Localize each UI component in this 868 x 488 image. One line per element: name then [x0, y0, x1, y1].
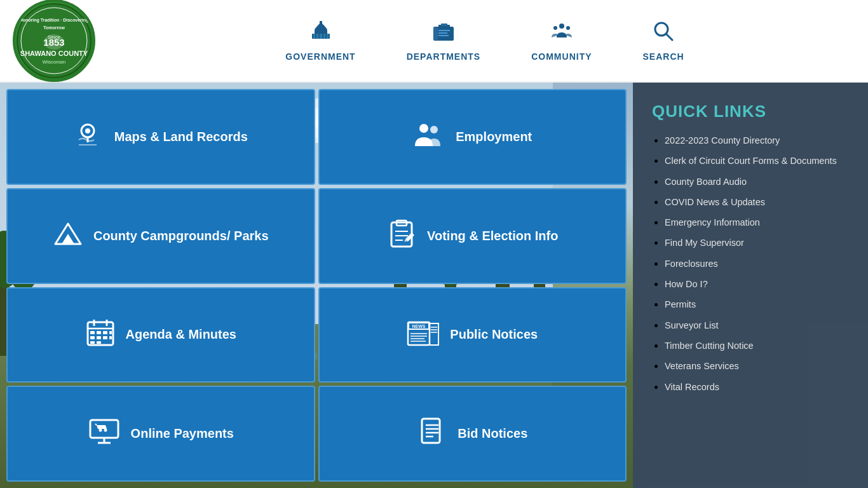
- government-icon: [309, 20, 332, 48]
- svg-text:Wisconsin: Wisconsin: [43, 59, 65, 65]
- quick-link-how-do-i[interactable]: How Do I?: [665, 279, 708, 289]
- svg-rect-67: [103, 331, 107, 334]
- maps-icon: [74, 119, 104, 154]
- svg-point-25: [559, 24, 564, 29]
- quick-link-vital-records[interactable]: Vital Records: [665, 382, 719, 392]
- tile-voting-election-label: Voting & Election Info: [427, 228, 558, 244]
- svg-point-53: [419, 124, 428, 133]
- quick-link-item-emergency-info: Emergency Information: [665, 216, 849, 229]
- quick-link-item-veterans-services: Veterans Services: [665, 360, 849, 372]
- nav-government[interactable]: GOVERNMENT: [285, 20, 355, 62]
- nav-departments[interactable]: DEPARTMENTS: [407, 20, 481, 62]
- svg-point-87: [98, 429, 102, 432]
- quick-link-item-find-supervisor: Find My Supervisor: [665, 236, 849, 249]
- nav-government-label: GOVERNMENT: [285, 51, 355, 62]
- tile-bid-notices[interactable]: Bid Notices: [318, 386, 627, 482]
- svg-point-6: [44, 34, 64, 50]
- svg-text:Tomorrow: Tomorrow: [43, 25, 65, 30]
- public-notices-icon: NEWS: [407, 317, 440, 352]
- nav-community[interactable]: COMMUNITY: [531, 20, 592, 62]
- tile-employment[interactable]: Employment: [318, 89, 627, 185]
- tiles-grid: Maps & Land Records Employment: [0, 83, 633, 488]
- svg-rect-14: [320, 34, 322, 39]
- nav-departments-label: DEPARTMENTS: [407, 51, 481, 62]
- header: Honoring Tradition · Discovering Tomorro…: [0, 0, 868, 83]
- quick-link-item-timber-cutting: Timber Cutting Notice: [665, 339, 849, 352]
- svg-rect-91: [422, 419, 440, 443]
- quick-link-timber-cutting[interactable]: Timber Cutting Notice: [665, 341, 754, 351]
- quick-link-item-surveyor-list: Surveyor List: [665, 319, 849, 332]
- svg-rect-20: [438, 30, 450, 31]
- svg-rect-72: [109, 336, 112, 339]
- main-nav: GOVERNMENT DEPARTMENTS: [114, 20, 855, 62]
- svg-rect-13: [316, 34, 318, 39]
- svg-rect-10: [315, 30, 327, 34]
- svg-point-52: [85, 128, 90, 133]
- svg-rect-74: [97, 341, 101, 344]
- community-icon: [550, 20, 573, 48]
- search-icon: [652, 20, 675, 48]
- quick-link-item-how-do-i: How Do I?: [665, 278, 849, 290]
- tile-maps-land-records-label: Maps & Land Records: [114, 129, 248, 145]
- quick-link-veterans-services[interactable]: Veterans Services: [665, 361, 739, 371]
- tile-voting-election[interactable]: Voting & Election Info: [318, 188, 627, 284]
- svg-rect-16: [327, 34, 329, 39]
- quick-link-item-vital-records: Vital Records: [665, 381, 849, 393]
- tile-public-notices[interactable]: NEWS Public Notices: [318, 287, 627, 383]
- tile-agenda-minutes[interactable]: Agenda & Minutes: [6, 287, 315, 383]
- quick-link-clerk-forms[interactable]: Clerk of Circuit Court Forms & Documents: [665, 156, 837, 166]
- quick-links-list: 2022-2023 County DirectoryClerk of Circu…: [652, 134, 849, 393]
- svg-text:NEWS: NEWS: [412, 324, 426, 329]
- quick-link-emergency-info[interactable]: Emergency Information: [665, 217, 760, 227]
- agenda-icon: [85, 317, 116, 352]
- nav-search[interactable]: SEARCH: [643, 20, 684, 62]
- svg-point-88: [104, 429, 107, 432]
- svg-rect-11: [320, 21, 322, 25]
- svg-rect-15: [323, 34, 325, 39]
- svg-rect-71: [103, 336, 107, 339]
- svg-point-27: [566, 26, 570, 30]
- voting-icon: [386, 219, 417, 254]
- quick-link-find-supervisor[interactable]: Find My Supervisor: [665, 238, 744, 248]
- svg-text:Honoring Tradition · Discoveri: Honoring Tradition · Discovering: [20, 18, 89, 23]
- logo[interactable]: Honoring Tradition · Discovering Tomorro…: [13, 0, 95, 82]
- quick-link-covid-news[interactable]: COVID News & Updates: [665, 197, 765, 207]
- online-payments-icon: [88, 416, 121, 451]
- tile-online-payments[interactable]: Online Payments: [6, 386, 315, 482]
- tile-county-campgrounds[interactable]: County Campgrounds/ Parks: [6, 188, 315, 284]
- main-content: Maps & Land Records Employment: [0, 83, 868, 488]
- svg-rect-24: [441, 24, 447, 26]
- nav-search-label: SEARCH: [643, 51, 684, 62]
- svg-rect-66: [97, 331, 101, 334]
- quick-link-foreclosures[interactable]: Foreclosures: [665, 259, 718, 269]
- quick-link-item-covid-news: COVID News & Updates: [665, 196, 849, 208]
- quick-link-county-board-audio[interactable]: County Board Audio: [665, 177, 747, 187]
- svg-rect-68: [109, 331, 112, 334]
- tile-bid-notices-label: Bid Notices: [458, 426, 527, 442]
- tile-employment-label: Employment: [456, 129, 532, 145]
- logo-svg: Honoring Tradition · Discovering Tomorro…: [16, 3, 92, 79]
- quick-links-panel: QUICK LINKS 2022-2023 County DirectoryCl…: [633, 83, 868, 488]
- svg-line-29: [666, 34, 672, 40]
- employment-icon: [412, 119, 445, 154]
- tile-county-campgrounds-label: County Campgrounds/ Parks: [93, 228, 269, 244]
- svg-rect-12: [313, 34, 315, 39]
- svg-point-54: [430, 126, 438, 133]
- bid-notices-icon: [417, 416, 447, 451]
- tile-maps-land-records[interactable]: Maps & Land Records: [6, 89, 315, 185]
- quick-link-permits[interactable]: Permits: [665, 299, 696, 309]
- logo-area: Honoring Tradition · Discovering Tomorro…: [13, 0, 114, 82]
- quick-link-surveyor-list[interactable]: Surveyor List: [665, 320, 719, 330]
- svg-rect-21: [438, 32, 447, 34]
- quick-link-county-directory[interactable]: 2022-2023 County Directory: [665, 135, 780, 146]
- quick-link-item-county-board-audio: County Board Audio: [665, 175, 849, 188]
- departments-icon: [432, 20, 455, 48]
- svg-rect-73: [90, 341, 95, 344]
- campgrounds-icon: [53, 219, 83, 254]
- svg-rect-69: [90, 336, 95, 339]
- svg-rect-22: [438, 35, 449, 36]
- svg-rect-65: [90, 331, 95, 334]
- svg-point-26: [553, 26, 557, 30]
- svg-rect-19: [434, 27, 438, 40]
- tile-public-notices-label: Public Notices: [450, 327, 538, 342]
